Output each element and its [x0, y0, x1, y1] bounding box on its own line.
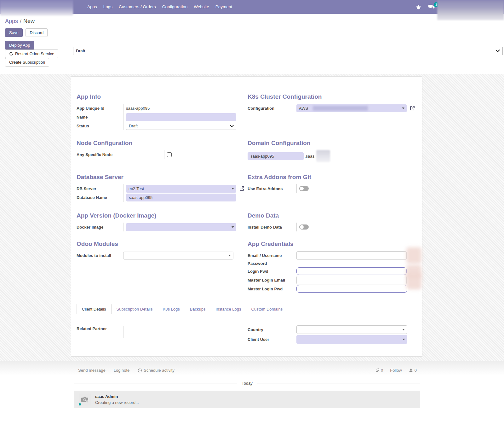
tab-k8s-logs[interactable]: K8s Logs	[158, 304, 185, 314]
caret-down-icon	[403, 339, 405, 340]
master-login-email-input[interactable]	[296, 276, 407, 284]
app-unique-id-label: App Unique Id	[77, 106, 123, 111]
message-author[interactable]: saas Admin	[95, 394, 139, 399]
email-username-label: Email / Username	[248, 253, 296, 258]
any-specific-node-checkbox[interactable]	[167, 152, 172, 157]
group-app-info: App Info App Unique Id saas-app095 Name …	[77, 93, 243, 130]
form-sheet: App Info App Unique Id saas-app095 Name …	[71, 76, 422, 357]
caret-down-icon	[232, 226, 234, 228]
modules-to-install-select[interactable]	[123, 252, 233, 259]
group-domain-configuration: Domain Configuration .saas.	[248, 139, 418, 162]
follower-count: 0	[415, 368, 417, 373]
database-name-input[interactable]	[126, 194, 236, 201]
save-button[interactable]: Save	[5, 28, 23, 37]
statusbar-divider	[0, 62, 504, 62]
menu-website[interactable]: Website	[191, 0, 212, 14]
create-subscription-button[interactable]: Create Subscription	[5, 58, 49, 67]
sheet-background: App Info App Unique Id saas-app095 Name …	[0, 74, 504, 361]
external-link-icon[interactable]	[410, 106, 415, 111]
master-login-pwd-input[interactable]	[296, 285, 407, 293]
menu-apps[interactable]: Apps	[84, 0, 100, 14]
menu-logs[interactable]: Logs	[100, 0, 116, 14]
followers-button[interactable]: 0	[409, 368, 417, 373]
group-client-location: Country Client User	[248, 325, 418, 344]
breadcrumb-current: New	[23, 18, 35, 24]
subdomain-input[interactable]	[248, 152, 304, 160]
related-partner-value[interactable]	[123, 326, 243, 338]
group-k8s-cluster: K8s Cluster Configuration Configuration …	[248, 93, 418, 130]
top-navbar: Apps Logs Customers / Orders Configurati…	[0, 0, 504, 14]
tab-subscription-details[interactable]: Subscription Details	[112, 304, 158, 314]
schedule-activity-button[interactable]: Schedule activity	[138, 368, 175, 373]
demo-data-title: Demo Data	[248, 212, 418, 219]
send-message-button[interactable]: Send message	[78, 368, 106, 373]
form-statusbar: Deploy App Restart Odoo Service Create S…	[0, 41, 504, 74]
tab-backups[interactable]: Backups	[185, 304, 211, 314]
status-select[interactable]: Draft	[73, 47, 503, 55]
external-link-icon[interactable]	[239, 186, 244, 191]
node-configuration-title: Node Configuration	[77, 139, 243, 147]
bug-icon[interactable]	[416, 4, 421, 10]
restart-label: Restart Odoo Service	[15, 51, 54, 56]
message-body: Creating a new record...	[95, 400, 139, 405]
refresh-icon	[9, 52, 13, 56]
domain-suffix: .saas.	[305, 154, 316, 159]
caret-down-icon	[402, 108, 404, 109]
follow-button[interactable]: Follow	[390, 368, 402, 373]
tab-instance-logs[interactable]: Instance Logs	[211, 304, 246, 314]
menu-customers-orders[interactable]: Customers / Orders	[116, 0, 159, 14]
messages-icon[interactable]: 2	[428, 4, 435, 10]
install-demo-data-toggle[interactable]	[299, 224, 309, 230]
status-field-select[interactable]: Draft	[126, 122, 236, 130]
login-pwd-input[interactable]	[296, 267, 407, 275]
app-window: Apps Logs Customers / Orders Configurati…	[0, 0, 504, 431]
tab-custom-domains[interactable]: Custom Domains	[246, 304, 288, 314]
redacted-brand-logo	[0, 0, 73, 16]
client-user-select[interactable]	[296, 335, 407, 344]
redacted-overlay	[406, 273, 421, 289]
domain-configuration-title: Domain Configuration	[248, 139, 418, 147]
caret-down-icon	[232, 188, 234, 189]
log-note-button[interactable]: Log note	[114, 368, 130, 373]
any-specific-node-label: Any Specific Node	[77, 152, 164, 157]
attachments-button[interactable]: 0	[375, 368, 383, 373]
chatter-message[interactable]: saas Admin Creating a new record...	[74, 391, 420, 408]
discard-button[interactable]: Discard	[26, 28, 48, 37]
deploy-app-button[interactable]: Deploy App	[5, 41, 34, 50]
name-input[interactable]	[126, 113, 236, 121]
record-actions: Save Discard	[0, 25, 504, 41]
chatter-toolbar: Send message Log note Schedule activity	[74, 368, 420, 373]
main-menu: Apps Logs Customers / Orders Configurati…	[84, 0, 235, 14]
status-select-value: Draft	[76, 49, 85, 53]
login-pwd-label: Login Pwd	[248, 269, 296, 274]
chevron-down-icon	[230, 124, 234, 128]
database-server-title: Database Server	[77, 173, 243, 181]
db-server-label: DB Server	[77, 186, 123, 191]
db-server-select[interactable]: ec2-Test	[126, 185, 236, 193]
group-app-version: App Version (Docker Image) Docker Image	[77, 212, 243, 231]
name-label: Name	[77, 115, 123, 119]
master-login-pwd-label: Master Login Pwd	[248, 287, 296, 291]
attachment-count: 0	[381, 368, 383, 373]
tab-client-details[interactable]: Client Details	[77, 304, 112, 314]
app-version-title: App Version (Docker Image)	[77, 212, 243, 219]
use-extra-addons-toggle[interactable]	[299, 186, 309, 191]
menu-configuration[interactable]: Configuration	[159, 0, 191, 14]
docker-image-select[interactable]	[126, 223, 236, 231]
follower-icon	[409, 368, 413, 372]
app-credentials-title: App Credentials	[248, 240, 418, 248]
k8s-configuration-select[interactable]: AWS	[296, 104, 407, 112]
breadcrumb-apps-link[interactable]: Apps	[5, 18, 18, 24]
group-node-configuration: Node Configuration Any Specific Node	[77, 139, 243, 162]
group-database-server: Database Server DB Server ec2-Test	[77, 173, 243, 202]
restart-odoo-service-button[interactable]: Restart Odoo Service	[5, 50, 58, 58]
country-select[interactable]	[296, 325, 407, 334]
clock-icon	[138, 368, 142, 373]
group-odoo-modules: Odoo Modules Modules to install	[77, 240, 243, 293]
app-info-title: App Info	[77, 93, 243, 101]
k8s-configuration-value: AWS	[299, 106, 308, 111]
redacted-domain	[316, 150, 330, 162]
menu-payment[interactable]: Payment	[212, 0, 235, 14]
db-server-value: ec2-Test	[129, 186, 144, 191]
email-username-input[interactable]	[296, 251, 407, 260]
